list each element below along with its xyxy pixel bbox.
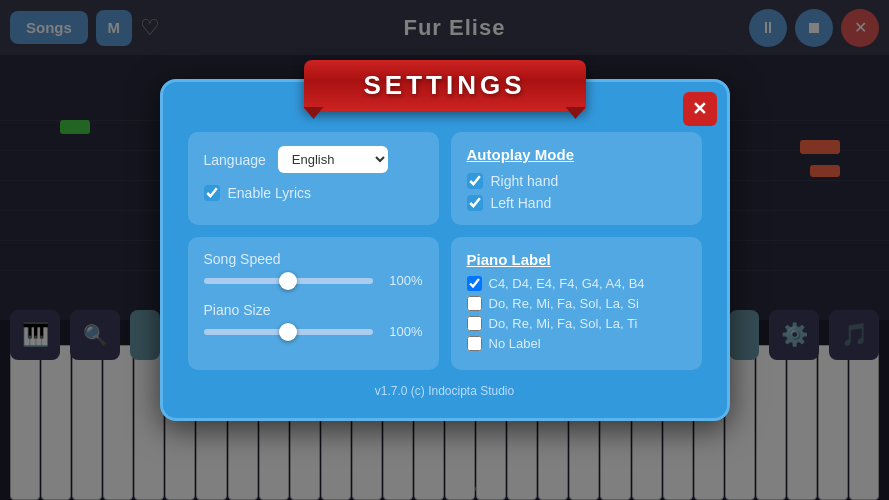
piano-label-text-3: No Label (489, 336, 541, 351)
left-hand-row: Left Hand (467, 195, 686, 211)
version-footer: v1.7.0 (c) Indocipta Studio (188, 384, 702, 398)
settings-title: SETTINGS (363, 70, 525, 100)
language-label: Language (204, 152, 266, 168)
language-select[interactable]: English Indonesian (278, 146, 388, 173)
piano-label-option-2: Do, Re, Mi, Fa, Sol, La, Ti (467, 316, 686, 331)
piano-label-text-1: Do, Re, Mi, Fa, Sol, La, Si (489, 296, 639, 311)
left-hand-checkbox[interactable] (467, 195, 483, 211)
settings-body: Language English Indonesian Enable Lyric… (188, 132, 702, 370)
left-hand-label: Left Hand (491, 195, 552, 211)
piano-label-text-0: C4, D4, E4, F4, G4, A4, B4 (489, 276, 645, 291)
piano-size-slider-row: 100% (204, 324, 423, 339)
speed-size-panel: Song Speed 100% Piano Size 100% (188, 237, 439, 370)
piano-label-checkbox-0[interactable] (467, 276, 482, 291)
enable-lyrics-label: Enable Lyrics (228, 185, 312, 201)
language-row: Language English Indonesian (204, 146, 423, 173)
song-speed-slider[interactable] (204, 278, 373, 284)
enable-lyrics-row: Enable Lyrics (204, 185, 423, 201)
song-speed-slider-row: 100% (204, 273, 423, 288)
song-speed-label: Song Speed (204, 251, 423, 267)
piano-label-panel: Piano Label C4, D4, E4, F4, G4, A4, B4 D… (451, 237, 702, 370)
enable-lyrics-checkbox[interactable] (204, 185, 220, 201)
song-speed-value: 100% (383, 273, 423, 288)
song-speed-section: Song Speed 100% (204, 251, 423, 288)
language-panel: Language English Indonesian Enable Lyric… (188, 132, 439, 225)
piano-label-option-3: No Label (467, 336, 686, 351)
piano-size-value: 100% (383, 324, 423, 339)
piano-label-option-1: Do, Re, Mi, Fa, Sol, La, Si (467, 296, 686, 311)
settings-overlay: SETTINGS ✕ Language English Indonesian E… (0, 0, 889, 500)
autoplay-title[interactable]: Autoplay Mode (467, 146, 686, 163)
piano-label-title[interactable]: Piano Label (467, 251, 686, 268)
piano-size-label: Piano Size (204, 302, 423, 318)
right-hand-row: Right hand (467, 173, 686, 189)
piano-size-section: Piano Size 100% (204, 302, 423, 339)
right-hand-label: Right hand (491, 173, 559, 189)
settings-close-button[interactable]: ✕ (683, 92, 717, 126)
piano-label-checkbox-3[interactable] (467, 336, 482, 351)
right-hand-checkbox[interactable] (467, 173, 483, 189)
piano-label-text-2: Do, Re, Mi, Fa, Sol, La, Ti (489, 316, 638, 331)
piano-label-option-0: C4, D4, E4, F4, G4, A4, B4 (467, 276, 686, 291)
piano-label-checkbox-1[interactable] (467, 296, 482, 311)
settings-dialog: SETTINGS ✕ Language English Indonesian E… (160, 79, 730, 421)
settings-banner: SETTINGS (303, 60, 585, 111)
piano-size-slider[interactable] (204, 329, 373, 335)
piano-label-checkbox-2[interactable] (467, 316, 482, 331)
autoplay-panel: Autoplay Mode Right hand Left Hand (451, 132, 702, 225)
